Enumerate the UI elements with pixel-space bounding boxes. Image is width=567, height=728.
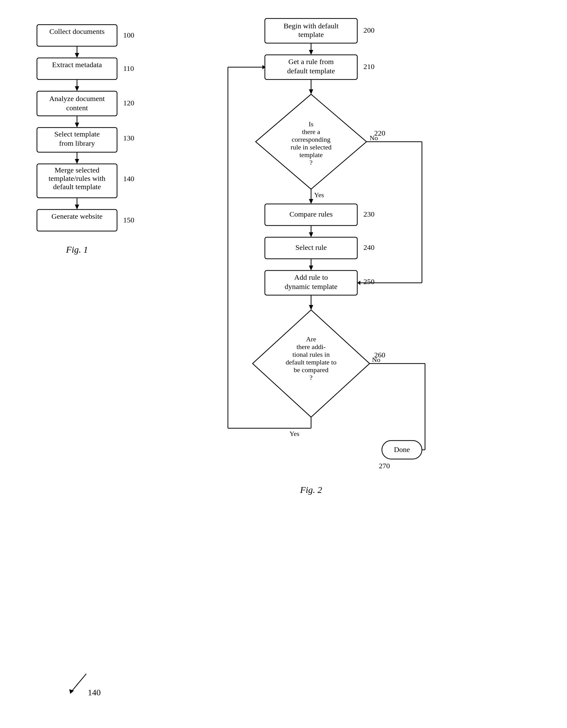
svg-marker-9: [75, 86, 79, 91]
svg-text:from library: from library: [59, 139, 95, 147]
svg-text:Select rule: Select rule: [295, 243, 327, 251]
svg-text:230: 230: [363, 210, 374, 218]
svg-marker-4: [75, 53, 79, 58]
svg-text:No: No: [369, 134, 378, 142]
svg-text:270: 270: [379, 462, 390, 470]
svg-line-33: [71, 674, 86, 692]
svg-text:?: ?: [309, 159, 312, 166]
svg-text:Yes: Yes: [289, 430, 299, 437]
svg-marker-58: [309, 199, 313, 204]
svg-text:130: 130: [123, 134, 134, 142]
svg-text:tional rules in: tional rules in: [292, 351, 330, 358]
svg-text:Merge selected: Merge selected: [55, 166, 100, 174]
svg-text:Collect documents: Collect documents: [49, 27, 104, 35]
svg-text:Extract metadata: Extract metadata: [52, 61, 102, 69]
svg-text:default template: default template: [53, 183, 101, 191]
svg-text:No: No: [372, 356, 380, 364]
svg-text:Compare rules: Compare rules: [289, 210, 333, 218]
svg-text:Analyze document: Analyze document: [49, 95, 105, 103]
svg-text:140: 140: [88, 688, 101, 697]
svg-text:Fig. 1: Fig. 1: [66, 244, 88, 254]
svg-marker-21: [75, 159, 79, 164]
svg-text:default template: default template: [287, 67, 335, 75]
svg-text:200: 200: [363, 26, 374, 34]
svg-text:template/rules with: template/rules with: [49, 174, 106, 182]
svg-text:Is: Is: [308, 120, 313, 128]
svg-text:140: 140: [123, 175, 134, 183]
svg-text:Begin with default: Begin with default: [284, 22, 339, 30]
svg-text:100: 100: [123, 31, 134, 39]
svg-text:be compared: be compared: [294, 366, 328, 374]
svg-text:240: 240: [363, 243, 374, 251]
fig2-diagram: Begin with default template 200 Get a ru…: [179, 12, 549, 707]
svg-marker-69: [309, 266, 313, 270]
svg-text:Select template: Select template: [54, 130, 100, 138]
svg-text:Are: Are: [306, 335, 316, 343]
svg-text:110: 110: [123, 64, 134, 72]
svg-text:?: ?: [309, 374, 312, 381]
svg-marker-28: [75, 205, 79, 209]
fig1-diagram: Collect documents 100 Extract metadata 1…: [18, 12, 179, 707]
svg-text:Generate website: Generate website: [51, 212, 103, 220]
svg-text:Yes: Yes: [314, 191, 324, 199]
svg-marker-41: [309, 50, 313, 55]
svg-text:content: content: [66, 104, 88, 112]
svg-text:Get a rule from: Get a rule from: [288, 58, 334, 66]
svg-text:Fig. 2: Fig. 2: [300, 485, 322, 495]
svg-marker-47: [309, 89, 313, 94]
svg-marker-77: [357, 281, 360, 285]
svg-text:120: 120: [123, 99, 134, 107]
svg-text:default template to: default template to: [286, 358, 336, 366]
svg-text:150: 150: [123, 216, 134, 224]
svg-text:Add rule to: Add rule to: [294, 273, 328, 281]
svg-text:Done: Done: [394, 445, 410, 453]
svg-marker-15: [75, 123, 79, 128]
svg-text:dynamic template: dynamic template: [284, 283, 337, 291]
svg-text:corresponding: corresponding: [291, 136, 330, 143]
svg-text:rule in selected: rule in selected: [290, 143, 331, 151]
svg-marker-64: [309, 232, 313, 237]
svg-text:template: template: [299, 151, 323, 159]
svg-text:there addi-: there addi-: [296, 343, 326, 351]
svg-marker-79: [309, 305, 313, 310]
svg-text:250: 250: [363, 278, 374, 286]
svg-text:210: 210: [363, 63, 374, 71]
svg-text:there a: there a: [302, 128, 320, 136]
svg-text:template: template: [298, 31, 324, 39]
